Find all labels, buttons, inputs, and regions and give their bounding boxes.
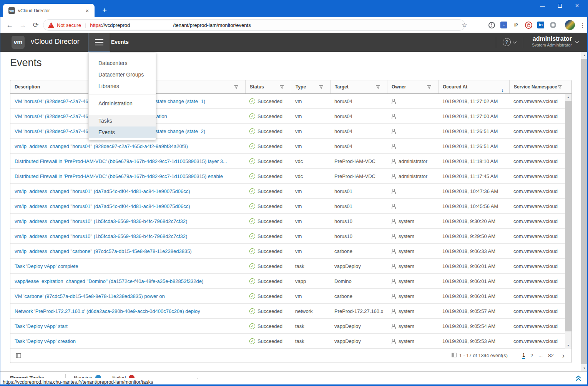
status-text: Succeeded	[257, 248, 282, 254]
column-header-occured-at[interactable]: Occured At ↓	[438, 80, 509, 93]
event-description-link[interactable]: Task 'Deploy vApp' start	[15, 323, 68, 329]
scroll-up-icon[interactable]: ▲	[581, 52, 588, 58]
gray-ring-extension-icon[interactable]	[547, 22, 559, 28]
sort-descending-icon[interactable]: ↓	[501, 83, 504, 93]
table-row: vm/ip_address_changed ''horus10'' (1b5fc…	[10, 214, 565, 229]
menu-item-administration[interactable]: Administration	[89, 98, 156, 109]
bookmark-star-icon[interactable]: ☆	[459, 17, 470, 33]
event-description-link[interactable]: vm/ip_address_changed ''horus10'' (1b5fc…	[15, 233, 187, 239]
filter-icon[interactable]	[280, 85, 284, 89]
expand-tasks-panel-icon[interactable]	[573, 374, 583, 384]
service-namespace-cell: com.vmware.vcloud	[509, 158, 565, 164]
menu-item-tasks[interactable]: Tasks	[89, 115, 156, 126]
window-close-button[interactable]: ×	[568, 0, 586, 12]
scroll-up-icon[interactable]: ▲	[565, 94, 571, 100]
refresh-button[interactable]: ⟳	[30, 17, 42, 33]
browser-tab[interactable]: vm vCloud Director ×	[3, 4, 95, 17]
owner-cell	[387, 113, 438, 119]
column-header-type[interactable]: Type	[291, 80, 330, 93]
event-description-link[interactable]: Task 'Deploy vApp' complete	[15, 263, 78, 269]
type-cell: vm	[291, 203, 330, 209]
occured-at-cell: 10/19/2018, 9:06:33 AM	[438, 248, 509, 254]
grid-scrollbar-thumb[interactable]	[565, 101, 571, 331]
filter-icon[interactable]	[558, 85, 562, 89]
owner-name: system	[399, 308, 414, 314]
table-row: Task 'Deploy vApp' creation ✓ Succeeded …	[10, 334, 565, 349]
event-description-link[interactable]: Network 'PreProd-172.27.160.x' (d6da2aca…	[15, 308, 200, 314]
event-description-link[interactable]: VM 'carbone' (97cdc57a-db15-45e8-8e78-11…	[15, 293, 165, 299]
grid-vertical-scrollbar[interactable]: ▲ ▼	[565, 94, 571, 349]
page-button-82[interactable]: 82	[548, 353, 553, 358]
content-vertical-scrollbar[interactable]: ▲ ▼	[581, 52, 588, 371]
next-page-icon[interactable]: ›	[562, 351, 565, 360]
main-menu-button[interactable]	[88, 33, 110, 52]
menu-item-events[interactable]: Events	[89, 126, 156, 138]
user-menu[interactable]: administrator System Administrator	[532, 35, 572, 47]
status-text: Succeeded	[257, 143, 282, 149]
owner-cell	[387, 188, 438, 194]
menu-item-libraries[interactable]: Libraries	[89, 80, 156, 92]
user-icon	[391, 158, 396, 164]
status-cell: ✓ Succeeded	[245, 113, 291, 119]
occured-at-cell: 10/19/2018, 9:05:54 AM	[438, 323, 509, 329]
owner-name: system	[399, 233, 414, 239]
filter-icon[interactable]	[427, 85, 431, 89]
event-description-link[interactable]: vm/ip_address_changed ''horus01'' (da7ad…	[15, 203, 190, 209]
info-extension-icon[interactable]: !	[485, 22, 498, 28]
browser-profile-avatar[interactable]	[565, 20, 575, 30]
page-content: Events Description Status Type Target Ow…	[0, 52, 588, 371]
new-tab-button[interactable]: +	[99, 5, 110, 16]
success-check-icon: ✓	[249, 98, 255, 104]
event-description-link[interactable]: Distributed Firewall in 'PreProd-IAM-VDC…	[15, 173, 223, 179]
event-description-link[interactable]: Task 'Deploy vApp' creation	[15, 338, 76, 344]
event-description-link[interactable]: Distributed Firewall in 'PreProd-IAM-VDC…	[15, 158, 227, 164]
filter-icon[interactable]	[319, 85, 323, 89]
content-scrollbar-thumb[interactable]	[581, 59, 588, 364]
window-border	[0, 17, 0, 386]
target-cell: horus04	[330, 143, 387, 149]
column-toggle-icon[interactable]	[452, 353, 457, 359]
window-minimize-button[interactable]: —	[534, 0, 551, 12]
success-check-icon: ✓	[249, 248, 255, 254]
column-settings-icon[interactable]	[16, 353, 21, 358]
menu-item-datacenter-groups[interactable]: Datacenter Groups	[89, 69, 156, 80]
column-header-owner[interactable]: Owner	[387, 80, 438, 93]
column-header-target[interactable]: Target	[330, 80, 387, 93]
occured-at-cell: 10/19/2018, 11:27:02 AM	[438, 98, 509, 104]
column-header-status[interactable]: Status	[245, 80, 291, 93]
adblock-hand-extension-icon[interactable]	[522, 22, 535, 29]
linkedin-extension-icon[interactable]: in	[535, 22, 547, 28]
tab-close-icon[interactable]: ×	[84, 7, 91, 14]
page-button-2[interactable]: 2	[530, 353, 533, 358]
event-description-link[interactable]: vm/ip_address_changed ''horus01'' (da7ad…	[15, 188, 190, 194]
chrome-menu-icon[interactable]: ⋮	[577, 22, 588, 29]
column-header-service-namespace[interactable]: Service Namespace	[509, 80, 565, 93]
not-secure-label[interactable]: Not secure	[57, 22, 81, 28]
filter-icon[interactable]	[376, 85, 380, 89]
event-description-link[interactable]: vm/ip_address_changed ''horus04'' (928de…	[15, 143, 188, 149]
scroll-down-icon[interactable]: ▼	[581, 365, 588, 371]
event-description-link[interactable]: vm/ip_address_changed ''horus10'' (1b5fc…	[15, 218, 187, 224]
success-check-icon: ✓	[249, 113, 255, 119]
user-icon	[391, 218, 396, 224]
url-scheme: https	[90, 22, 101, 28]
help-menu[interactable]: ?	[503, 38, 516, 46]
status-cell: ✓ Succeeded	[245, 218, 291, 224]
owner-name: administrator	[399, 158, 427, 164]
product-title: vCloud Director	[31, 38, 80, 46]
event-description-link[interactable]: vapp/lease_expiration_changed ''Domino''…	[15, 278, 203, 284]
maximize-icon	[558, 4, 562, 8]
service-namespace-cell: com.vmware.vcloud	[509, 218, 565, 224]
ip-lookup-extension-icon[interactable]: IP	[510, 23, 522, 27]
download-extension-icon[interactable]: ↓	[498, 22, 510, 28]
back-button[interactable]: ←	[4, 17, 15, 33]
menu-item-datacenters[interactable]: Datacenters	[89, 57, 156, 69]
status-text: Succeeded	[257, 128, 282, 134]
filter-icon[interactable]	[234, 85, 238, 89]
event-description-link[interactable]: vm/ip_address_changed ''carbone'' (97cdc…	[15, 248, 192, 254]
table-row: Task 'Deploy vApp' start ✓ Succeeded tas…	[10, 319, 565, 334]
window-maximize-button[interactable]	[551, 0, 568, 12]
forward-button[interactable]: →	[17, 17, 28, 33]
url-bar[interactable]: ! Not secure | https ://vcdpreprod /tena…	[43, 19, 465, 31]
page-button-1[interactable]: 1	[522, 352, 525, 359]
